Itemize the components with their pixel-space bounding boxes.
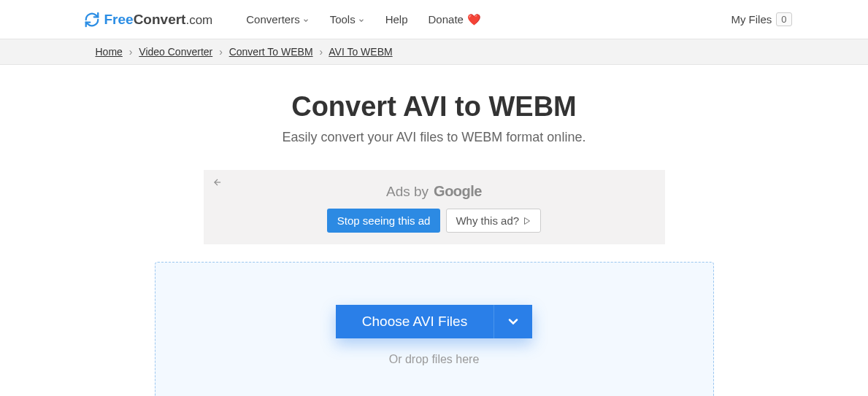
svg-marker-1 [525,217,530,224]
breadcrumb-home[interactable]: Home [96,46,123,58]
main-nav: Converters Tools Help Donate ❤️ [246,13,481,26]
main-content: Convert AVI to WEBM Easily convert your … [0,65,868,396]
breadcrumb-video-converter[interactable]: Video Converter [139,46,212,58]
nav-help-label: Help [385,13,408,26]
nav-donate-label: Donate [429,13,464,26]
ads-by-label: Ads by [386,184,429,200]
breadcrumb-separator: › [319,46,323,58]
nav-tools[interactable]: Tools [330,13,365,26]
why-this-ad-label: Why this ad? [456,214,519,227]
chevron-down-icon [358,17,365,24]
google-logo: Google [434,183,482,200]
myfiles-count-badge: 0 [776,12,791,26]
breadcrumb-convert-to-webm[interactable]: Convert To WEBM [229,46,313,58]
breadcrumb-separator: › [219,46,223,58]
dropzone[interactable]: Choose AVI Files Or drop files here [155,262,714,396]
choose-files-dropdown-button[interactable] [493,305,532,338]
logo-text-free: Free [104,12,134,27]
ad-container: Ads by Google Stop seeing this ad Why th… [204,170,665,244]
choose-files-row: Choose AVI Files [336,305,532,338]
nav-converters-label: Converters [246,13,299,26]
page-title: Convert AVI to WEBM [0,91,868,123]
choose-files-button[interactable]: Choose AVI Files [336,305,493,338]
breadcrumb-bar: Home › Video Converter › Convert To WEBM… [0,39,868,65]
nav-help[interactable]: Help [385,13,408,26]
ad-back-arrow-icon[interactable] [212,177,223,190]
page-subtitle: Easily convert your AVI files to WEBM fo… [0,130,868,145]
drop-files-hint: Or drop files here [155,353,713,366]
logo-text-com: .com [185,13,212,27]
main-header: FreeConvert.com Converters Tools Help Do… [0,0,868,39]
chevron-down-icon [506,314,521,329]
adchoices-icon [523,217,531,225]
logo[interactable]: FreeConvert.com [84,12,213,28]
ad-title-row: Ads by Google [212,183,656,200]
refresh-icon [84,12,100,28]
breadcrumb-separator: › [129,46,133,58]
why-this-ad-button[interactable]: Why this ad? [446,209,541,233]
heart-icon: ❤️ [467,13,481,26]
nav-converters[interactable]: Converters [246,13,309,26]
breadcrumb: Home › Video Converter › Convert To WEBM… [77,46,792,58]
nav-tools-label: Tools [330,13,356,26]
breadcrumb-avi-to-webm[interactable]: AVI To WEBM [329,46,392,58]
myfiles-link[interactable]: My Files 0 [731,12,791,26]
stop-seeing-ad-button[interactable]: Stop seeing this ad [327,209,441,233]
chevron-down-icon [302,17,310,24]
myfiles-label: My Files [731,13,772,26]
logo-text-convert: Convert [134,12,186,27]
nav-donate[interactable]: Donate ❤️ [429,13,481,26]
